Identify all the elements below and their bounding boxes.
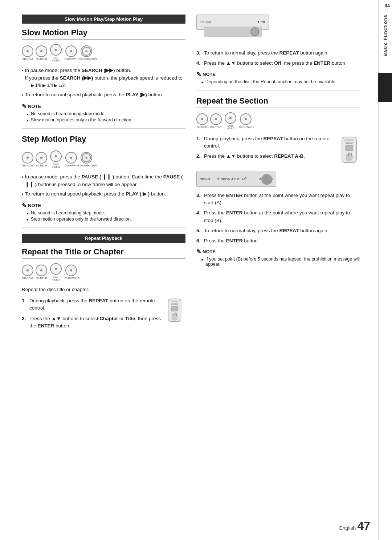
step-3: 3. To return to normal play, press the R…: [196, 49, 360, 57]
repeat-playback-header-text: Repeat Playback: [85, 235, 122, 241]
slow-motion-content: • In pause mode, press the SEARCH (▶▶) b…: [22, 67, 185, 99]
slow-motion-note: ✎ NOTE No sound is heard during slow mod…: [22, 103, 185, 122]
disc-label: BD-RE/-R: [36, 277, 47, 280]
note-icon-2: ✎: [22, 202, 26, 209]
disc-icon-bdrom-2: BD-ROM: [22, 152, 33, 167]
repeat-ab-display: Repeat ⬆ REPEAT A-B : Off ⟳ Mark A: [196, 171, 276, 187]
remote-control-image: REPEAT: [164, 297, 185, 326]
disc-circle: [210, 113, 222, 125]
disc-circle: [196, 113, 208, 125]
disc-circle: [22, 152, 33, 164]
svg-rect-14: [346, 145, 353, 151]
right-column: Repeat ⬆ Off 3. To return to normal play…: [196, 15, 360, 333]
repeat-section-step-2: 2. Press the ▲▼ buttons to select REPEAT…: [196, 153, 335, 160]
step-motion-title: Step Motion Play: [22, 134, 185, 146]
disc-icon-dvdrw-4: DVD+RW/+R: [239, 113, 252, 129]
step-4: 4. Press the ▲▼ buttons to select Off, t…: [196, 60, 360, 67]
thumb-indicator: [261, 174, 272, 185]
ds-repeat-label: Repeat: [200, 20, 211, 24]
remote-control-image-2: REPEAT: [338, 135, 360, 168]
side-tab: 04 Basic Functions: [378, 0, 392, 540]
repeat-ab-label: Repeat: [200, 177, 210, 181]
svg-text:REPEAT: REPEAT: [171, 303, 178, 305]
disc-circle: [36, 45, 47, 57]
disc-icon-dvdrw: DVD+RW/+R: [65, 45, 78, 61]
note-icon-repeat: ✎: [196, 71, 201, 78]
disc-circle: [65, 152, 77, 164]
disc-label: DVD-VIDEO: [49, 163, 62, 168]
disc-icon-dvdvideo-3: DVD-VIDEO: [49, 263, 62, 281]
disc-icon-divx: DivX/MKV/MP4: [80, 45, 93, 61]
repeat-section-step-6: 6. Press the ENTER button.: [196, 237, 360, 245]
disc-icon-dvdvideo-4: DVD-VIDEO: [224, 112, 237, 130]
repeat-title-chapter-title: Repeat the Title or Chapter: [22, 247, 185, 259]
note-title-repeat: ✎ NOTE: [196, 71, 360, 78]
separator-2: [22, 227, 185, 228]
display-screen-container: Repeat ⬆ Off: [196, 15, 360, 44]
repeat-playback-header: Repeat Playback: [22, 234, 185, 243]
note-title-repeat-section: ✎ NOTE: [196, 248, 360, 255]
left-column: Slow Motion Play/Step Motion Play Slow M…: [22, 15, 185, 333]
main-content: Slow Motion Play/Step Motion Play Slow M…: [0, 0, 378, 347]
disc-label: DVD+RW/+R: [65, 164, 78, 167]
repeat-title-numbered-list: 1. During playback, press the REPEAT but…: [22, 297, 185, 330]
ds-off-label: ⬆ Off: [257, 20, 265, 24]
page-footer: English 47: [339, 519, 370, 533]
disc-icon-dvdrw-2: DVD+RW/+R: [65, 152, 78, 167]
disc-circle: [36, 152, 47, 164]
disc-circle: [225, 112, 236, 124]
disc-circle: [65, 265, 77, 276]
disc-label: BD-RE/-R: [210, 126, 221, 129]
disc-icon-bdrer-4: BD-RE/-R: [210, 113, 222, 129]
separator-3: [196, 90, 360, 90]
right-repeat-title-steps: 3. To return to normal play, press the R…: [196, 49, 360, 67]
disc-label: BD-RE/-R: [36, 164, 47, 167]
note-item-step-1: No sound is heard during step mode.: [22, 210, 185, 215]
disc-label: BD-ROM: [23, 277, 33, 280]
step-1: 1. During playback, press the REPEAT but…: [22, 297, 161, 312]
svg-rect-7: [171, 306, 178, 311]
repeat-section-step-3: 3. Press the ENTER button at the point w…: [196, 192, 360, 207]
disc-icon-bdrom-4: BD-ROM: [196, 113, 208, 129]
disc-label: DivX/MKV/MP4: [80, 58, 93, 61]
bullet-search: • In pause mode, press the SEARCH (▶▶) b…: [22, 67, 185, 89]
note-item-2: Slow motion operates only in the forward…: [22, 117, 185, 122]
note-icon-repeat-section: ✎: [196, 248, 201, 255]
speed-row: ▶ 1/8 ▶ 1/4 ▶ 1/2: [31, 83, 65, 88]
step-motion-disc-icons: BD-ROM BD-RE/-R DVD-VIDEO DVD+RW/+R DivX…: [22, 150, 185, 168]
disc-label: DVD-VIDEO: [49, 275, 62, 281]
repeat-section-note: ✎ NOTE If you set point (B) before 5 sec…: [196, 248, 360, 267]
repeat-section-title: Repeat the Section: [196, 96, 360, 108]
disc-label: BD-RE/-R: [36, 58, 47, 61]
svg-text:REPEAT: REPEAT: [346, 142, 353, 144]
disc-icon-bdrer: BD-RE/-R: [36, 45, 47, 61]
footer-english-label: English: [339, 525, 356, 531]
disc-icon-dvdvideo: DVD-VIDEO: [49, 44, 62, 62]
disc-label: BD-ROM: [197, 126, 207, 129]
note-item-step-2: Step motion operates only in the forward…: [22, 217, 185, 222]
bullet-play: • To return to normal speed playback, pr…: [22, 91, 185, 99]
repeat-section-disc-icons: BD-ROM BD-RE/-R DVD-VIDEO DVD+RW/+R: [196, 112, 360, 130]
footer-page-number: 47: [357, 519, 370, 533]
disc-icon-bdrer-3: BD-RE/-R: [36, 265, 47, 280]
svg-rect-12: [345, 139, 354, 141]
svg-point-3: [85, 157, 87, 158]
disc-label: BD-ROM: [23, 164, 33, 167]
slow-motion-title: Slow Motion Play: [22, 28, 185, 40]
section-header-text: Slow Motion Play/Step Motion Play: [65, 16, 143, 22]
disc-label: DVD-VIDEO: [49, 56, 62, 62]
step-motion-content: • In pause mode, press the PAUSE ( ❙❙ ) …: [22, 173, 185, 198]
repeat-title-note: ✎ NOTE Depending on the disc, the Repeat…: [196, 71, 360, 84]
disc-icon-divx-2: DivX/MKV/MP4: [80, 152, 93, 167]
bullet-pause: • In pause mode, press the PAUSE ( ❙❙ ) …: [22, 173, 185, 188]
note-repeat-title-1: Depending on the disc, the Repeat functi…: [196, 79, 360, 84]
bullet-play-normal: • To return to normal speed playback, pr…: [22, 190, 185, 198]
repeat-section-steps-1-2: REPEAT 1. During playback, press the REP…: [196, 135, 360, 168]
step-motion-note: ✎ NOTE No sound is heard during step mod…: [22, 202, 185, 222]
disc-icon-bdrer-2: BD-RE/-R: [36, 152, 47, 167]
repeat-title-disc-icons: BD-ROM BD-RE/-R DVD-VIDEO DVD+RW/+R: [22, 263, 185, 281]
disc-label: BD-ROM: [23, 58, 33, 61]
note-title-2: ✎ NOTE: [22, 202, 185, 209]
repeat-ab-status: ⬆ REPEAT A-B : Off: [217, 177, 246, 181]
note-label-2: NOTE: [28, 203, 41, 208]
